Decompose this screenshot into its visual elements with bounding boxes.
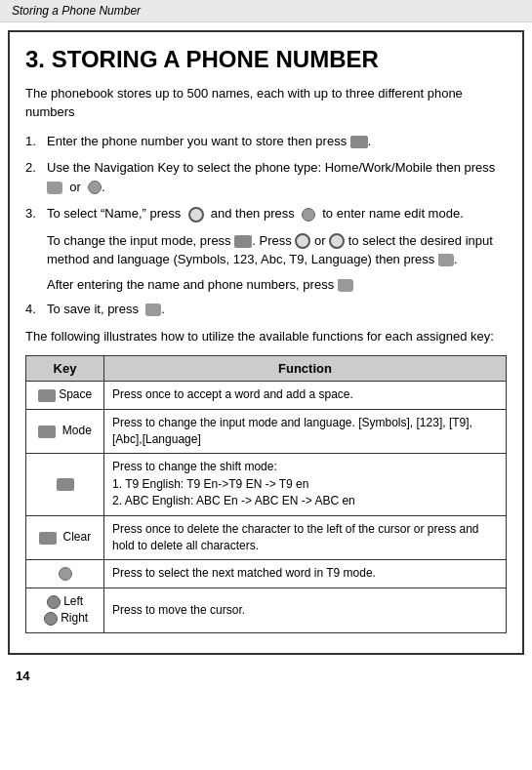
- left-key-icon: [47, 595, 61, 609]
- input-mode-icon-4: [438, 254, 454, 266]
- page-footer: 14: [0, 663, 532, 689]
- step-2-content: Use the Navigation Key to select the pho…: [47, 158, 507, 196]
- input-mode-icon-2: [295, 233, 310, 249]
- intro-text: The phonebook stores up to 500 names, ea…: [25, 84, 507, 122]
- step-1-content: Enter the phone number you want to store…: [47, 132, 507, 151]
- main-content: 3. STORING A PHONE NUMBER The phonebook …: [8, 30, 524, 655]
- right-key-icon: [44, 612, 58, 626]
- step-1-num: 1.: [25, 132, 47, 151]
- key-t9: [26, 560, 104, 588]
- table-header-key: Key: [26, 356, 104, 382]
- clear-key-icon: [39, 532, 57, 545]
- nav-icon-1: [47, 182, 62, 194]
- key-shift: [26, 454, 104, 515]
- sub-text-1: To change the input mode, press . Press …: [47, 231, 507, 269]
- function-table: Key Function Space Press once to accept …: [25, 355, 507, 632]
- circle-btn-icon: [302, 208, 315, 222]
- key-mode: Mode: [26, 409, 104, 454]
- step-3-num: 3.: [25, 204, 47, 223]
- step-3-content: To select “Name,” press and then press t…: [47, 204, 507, 223]
- page-header: Storing a Phone Number: [0, 0, 532, 22]
- step-4-num: 4.: [25, 300, 47, 319]
- sub-text-2: After entering the name and phone number…: [47, 275, 507, 295]
- page-number: 14: [16, 669, 29, 683]
- table-row: Clear Press once to delete the character…: [26, 515, 507, 560]
- func-t9: Press to select the next matched word in…: [104, 560, 507, 588]
- shift-key-icon: [57, 478, 74, 491]
- input-mode-icon-1: [234, 235, 252, 248]
- func-clear: Press once to delete the character to th…: [104, 515, 507, 560]
- after-entering-icon: [338, 279, 353, 292]
- phone-store-icon: [350, 136, 368, 148]
- step-2-num: 2.: [25, 158, 47, 196]
- func-left-right: Press to move the cursor.: [104, 588, 507, 632]
- space-key-icon: [38, 389, 56, 402]
- globe-icon-1: [188, 207, 204, 223]
- table-row: Mode Press to change the input mode and …: [26, 409, 507, 454]
- nav-icon-2: [88, 181, 102, 194]
- step-4: 4. To save it, press .: [25, 300, 507, 319]
- t9-key-icon: [59, 567, 72, 581]
- func-mode: Press to change the input mode and langu…: [104, 409, 507, 454]
- header-label: Storing a Phone Number: [12, 4, 141, 18]
- table-row: Left Right Press to move the cursor.: [26, 588, 507, 632]
- input-mode-icon-3: [329, 233, 345, 249]
- key-clear: Clear: [26, 515, 104, 560]
- step-4-content: To save it, press .: [47, 300, 507, 319]
- table-row: Space Press once to accept a word and ad…: [26, 382, 507, 409]
- key-space: Space: [26, 382, 104, 409]
- key-left-right: Left Right: [26, 588, 104, 632]
- mode-key-icon: [38, 426, 56, 438]
- table-header-function: Function: [104, 356, 507, 382]
- step-1: 1. Enter the phone number you want to st…: [25, 132, 507, 151]
- table-row: Press to change the shift mode: 1. T9 En…: [26, 454, 507, 515]
- step-2: 2. Use the Navigation Key to select the …: [25, 158, 507, 196]
- chapter-title: 3. STORING A PHONE NUMBER: [25, 46, 507, 74]
- following-text: The following illustrates how to utilize…: [25, 327, 507, 346]
- func-shift: Press to change the shift mode: 1. T9 En…: [104, 454, 507, 515]
- step-3: 3. To select “Name,” press and then pres…: [25, 204, 507, 223]
- save-icon: [145, 304, 161, 316]
- func-space: Press once to accept a word and add a sp…: [104, 382, 507, 409]
- table-row: Press to select the next matched word in…: [26, 560, 507, 588]
